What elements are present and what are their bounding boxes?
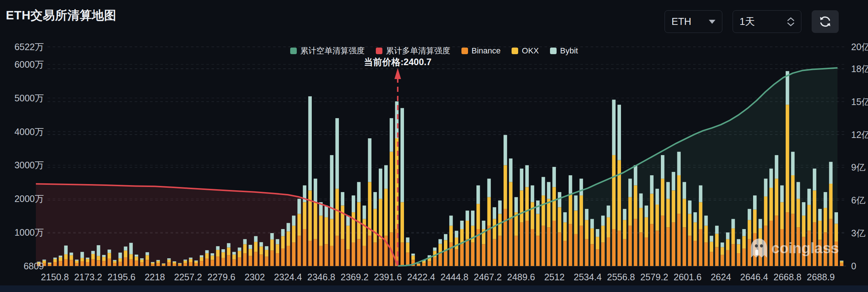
bar-segment-okx [840, 261, 843, 263]
bar-segment-bybit [308, 96, 312, 190]
bar-segment-bybit [102, 255, 106, 257]
bar-segment-bybit [645, 206, 648, 217]
bar-segment-bybit [460, 221, 464, 229]
bar-segment-binance [677, 214, 681, 266]
bar-segment-binance [693, 241, 697, 266]
bar-segment-bybit [216, 246, 220, 250]
y-axis-right-label: 9亿 [851, 162, 865, 172]
bar-segment-bybit [232, 252, 236, 254]
bar-segment-binance [585, 239, 589, 266]
bar-segment-okx [786, 105, 789, 212]
legend-item-4[interactable]: Bybit [550, 45, 578, 56]
liquidation-chart[interactable]: 当前价格:2400.76522万6000万5000万4000万3000万2000… [0, 0, 868, 292]
bar-segment-bybit [200, 255, 203, 258]
bar-segment-binance [536, 236, 540, 266]
bar-segment-bybit [81, 252, 84, 258]
bar-segment-bybit [574, 195, 578, 210]
bar-segment-binance [786, 212, 789, 266]
bar-segment-okx [102, 257, 106, 261]
bar-segment-okx [189, 259, 192, 262]
bar-segment-bybit [270, 233, 274, 240]
bar-segment-okx [330, 219, 334, 246]
bar-segment-okx [693, 222, 697, 241]
bar-segment-bybit [520, 169, 524, 191]
x-axis-label: 2369.2 [341, 272, 368, 282]
x-axis-label: 2150.8 [41, 272, 69, 282]
bar-segment-bybit [487, 179, 491, 197]
bar-segment-binance [406, 252, 409, 266]
bar-segment-binance [140, 262, 144, 266]
bar-segment-bybit [379, 169, 382, 199]
bar-segment-bybit [732, 219, 735, 228]
coinglass-watermark [751, 239, 767, 258]
bar-segment-binance [580, 226, 583, 266]
bar-segment-okx [276, 244, 280, 253]
bar-segment-binance [498, 236, 502, 266]
bar-segment-bybit [254, 236, 258, 242]
bar-segment-bybit [797, 182, 800, 199]
bar-segment-okx [797, 199, 800, 227]
bar-segment-okx [292, 226, 296, 243]
bar-segment-bybit [628, 179, 632, 197]
legend-item-3[interactable]: OKX [512, 45, 539, 56]
bar-segment-binance [81, 261, 84, 266]
bar-segment-bybit [373, 192, 377, 209]
bar-segment-bybit [742, 229, 746, 236]
bar-segment-okx [173, 262, 176, 264]
bar-segment-okx [476, 204, 480, 229]
legend-label: 累计多单清算强度 [386, 45, 450, 56]
bar-segment-binance [368, 236, 372, 266]
bar-segment-okx [688, 214, 692, 236]
bar-segment-bybit [184, 260, 187, 261]
bar-segment-binance [515, 236, 518, 266]
bar-segment-binance [444, 251, 448, 266]
bar-segment-binance [634, 219, 637, 266]
bar-segment-binance [645, 237, 648, 266]
bar-segment-binance [661, 216, 665, 266]
bar-segment-bybit [400, 108, 404, 202]
legend-item-2[interactable]: Binance [461, 45, 501, 56]
bar-segment-bybit [227, 243, 231, 248]
bar-segment-bybit [525, 165, 529, 187]
bar-segment-okx [770, 188, 773, 221]
legend-item-1[interactable]: 累计多单清算强度 [376, 45, 450, 56]
bar-segment-bybit [834, 212, 838, 224]
bar-segment-okx [580, 195, 583, 226]
bar-segment-binance [373, 243, 377, 266]
bar-segment-binance [205, 259, 209, 266]
bar-segment-bybit [650, 175, 654, 194]
bar-segment-binance [135, 261, 138, 266]
bar-segment-bybit [753, 195, 757, 210]
bar-segment-binance [558, 232, 561, 266]
bar-segment-bybit [655, 189, 659, 205]
x-axis-label: 2512 [544, 272, 565, 282]
bar-segment-binance [547, 227, 551, 266]
bar-segment-bybit [563, 212, 567, 222]
bar-segment-okx [314, 202, 317, 239]
bar-segment-okx [520, 190, 524, 222]
bar-segment-okx [227, 248, 231, 255]
y-axis-left-label: 6809 [23, 261, 44, 271]
bar-segment-okx [829, 184, 833, 219]
bar-segment-okx [563, 222, 567, 241]
bar-segment-okx [818, 221, 822, 240]
bar-segment-okx [221, 252, 225, 258]
bar-segment-bybit [129, 243, 133, 254]
bar-segment-binance [303, 229, 307, 266]
bar-segment-okx [243, 244, 247, 253]
bar-segment-binance [553, 221, 556, 266]
bar-segment-bybit [259, 242, 263, 247]
bar-segment-bybit [86, 258, 90, 259]
bar-segment-bybit [178, 263, 182, 263]
bar-segment-bybit [438, 239, 442, 244]
bar-segment-bybit [298, 199, 301, 214]
legend-item-0[interactable]: 累计空单清算强度 [290, 45, 365, 56]
bar-segment-okx [813, 190, 816, 222]
bar-segment-bybit [498, 201, 502, 214]
bar-segment-bybit [829, 162, 833, 184]
bar-segment-okx [232, 255, 236, 259]
bar-segment-okx [493, 219, 496, 239]
bar-segment-binance [352, 243, 355, 266]
bar-segment-binance [70, 260, 73, 266]
bar-segment-okx [336, 189, 339, 236]
